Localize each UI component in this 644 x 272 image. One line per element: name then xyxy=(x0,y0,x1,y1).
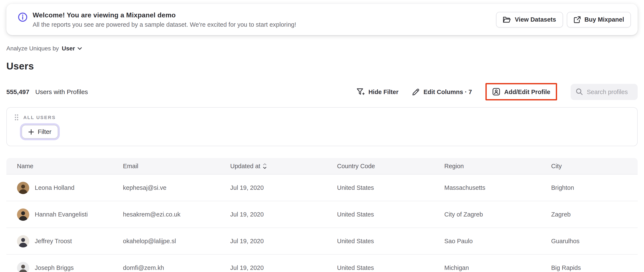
users-page: Welcome! You are viewing a Mixpanel demo… xyxy=(0,4,644,272)
cell-updated-at: Jul 19, 2020 xyxy=(230,264,337,271)
pencil-icon xyxy=(412,88,420,96)
column-header-label: City xyxy=(551,163,562,170)
banner-title: Welcome! You are viewing a Mixpanel demo xyxy=(33,11,296,19)
column-header-country-code[interactable]: Country Code xyxy=(337,163,444,170)
hide-filter-button[interactable]: Hide Filter xyxy=(356,88,398,96)
cell-updated-at: Jul 19, 2020 xyxy=(230,211,337,218)
cell-region: City of Zagreb xyxy=(444,211,551,218)
add-edit-profile-button[interactable]: Add/Edit Profile xyxy=(492,88,550,96)
banner-subtitle: All the reports you see are powered by a… xyxy=(33,21,296,28)
cell-name: Jeffrey Troost xyxy=(17,235,123,247)
column-header-label: Region xyxy=(444,163,464,170)
banner-message: Welcome! You are viewing a Mixpanel demo… xyxy=(18,11,296,28)
cell-email: domfi@zem.kh xyxy=(123,264,230,271)
cell-country: United States xyxy=(337,264,444,271)
analyze-uniques-dropdown[interactable]: User xyxy=(62,45,82,52)
column-header-label: Name xyxy=(17,163,33,170)
annotation-highlight: Add/Edit Profile xyxy=(486,83,557,100)
search-placeholder: Search profiles xyxy=(587,88,628,95)
plus-icon xyxy=(28,129,34,135)
cell-email: kephesaj@si.ve xyxy=(123,184,230,191)
column-header-label: Country Code xyxy=(337,163,375,170)
avatar xyxy=(17,208,29,221)
profile-count-value: 555,497 xyxy=(6,88,29,95)
cell-updated-at: Jul 19, 2020 xyxy=(230,238,337,245)
user-name: Hannah Evangelisti xyxy=(35,211,88,218)
folder-icon xyxy=(503,16,511,23)
user-name: Leona Holland xyxy=(35,184,74,191)
user-name: Joseph Briggs xyxy=(35,264,74,271)
cell-city: Zagreb xyxy=(551,211,638,218)
cell-email: okahelop@lalijpe.sl xyxy=(123,238,230,245)
cell-country: United States xyxy=(337,238,444,245)
cell-name: Hannah Evangelisti xyxy=(17,208,123,221)
users-table: NameEmailUpdated atCountry CodeRegionCit… xyxy=(6,158,638,272)
cell-region: Massachusetts xyxy=(444,184,551,191)
analyze-uniques-value: User xyxy=(62,45,75,52)
add-edit-profile-label: Add/Edit Profile xyxy=(504,88,550,95)
stats-toolbar-row: 555,497 Users with Profiles Hide Filter xyxy=(6,83,638,100)
avatar xyxy=(17,235,29,247)
column-header-name[interactable]: Name xyxy=(17,163,123,170)
analyze-uniques-label: Analyze Uniques by xyxy=(6,45,59,52)
buy-mixpanel-label: Buy Mixpanel xyxy=(584,16,624,23)
table-row[interactable]: Hannah Evangelistihesakrem@ezi.co.ukJul … xyxy=(6,201,638,228)
profile-count: 555,497 Users with Profiles xyxy=(6,88,88,95)
view-datasets-button[interactable]: View Datasets xyxy=(496,12,563,27)
external-link-icon xyxy=(574,16,580,23)
edit-columns-button[interactable]: Edit Columns · 7 xyxy=(412,88,472,96)
table-body: Leona Hollandkephesaj@si.veJul 19, 2020U… xyxy=(6,175,638,272)
profile-badge-icon xyxy=(492,88,500,96)
avatar xyxy=(17,262,29,272)
sort-icon xyxy=(263,163,267,169)
filter-panel: ALL USERS Filter xyxy=(6,107,638,146)
page-title: Users xyxy=(6,61,638,72)
profile-count-label: Users with Profiles xyxy=(35,88,88,95)
cell-updated-at: Jul 19, 2020 xyxy=(230,184,337,191)
edit-columns-label: Edit Columns · 7 xyxy=(424,88,472,95)
column-header-updated-at[interactable]: Updated at xyxy=(230,163,337,170)
add-filter-button[interactable]: Filter xyxy=(22,125,58,139)
column-header-city[interactable]: City xyxy=(551,163,638,170)
column-header-region[interactable]: Region xyxy=(444,163,551,170)
search-profiles-input[interactable]: Search profiles xyxy=(571,84,638,100)
cell-city: Brighton xyxy=(551,184,638,191)
column-header-label: Email xyxy=(123,163,138,170)
table-row[interactable]: Leona Hollandkephesaj@si.veJul 19, 2020U… xyxy=(6,175,638,201)
table-row[interactable]: Jeffrey Troostokahelop@lalijpe.slJul 19,… xyxy=(6,228,638,255)
cell-name: Joseph Briggs xyxy=(17,262,123,272)
user-name: Jeffrey Troost xyxy=(35,238,72,245)
add-filter-label: Filter xyxy=(38,128,51,135)
cell-country: United States xyxy=(337,184,444,191)
cell-name: Leona Holland xyxy=(17,182,123,194)
column-header-email[interactable]: Email xyxy=(123,163,230,170)
welcome-banner: Welcome! You are viewing a Mixpanel demo… xyxy=(6,4,638,35)
drag-handle-icon[interactable] xyxy=(14,114,19,121)
hide-filter-label: Hide Filter xyxy=(368,88,398,95)
cell-city: Guarulhos xyxy=(551,238,638,245)
funnel-plus-icon xyxy=(356,88,364,96)
analyze-uniques-row: Analyze Uniques by User xyxy=(6,45,638,52)
cell-city: Big Rapids xyxy=(551,264,638,271)
cell-region: Michigan xyxy=(444,264,551,271)
group-label: ALL USERS xyxy=(23,115,56,120)
buy-mixpanel-button[interactable]: Buy Mixpanel xyxy=(567,12,631,27)
info-icon xyxy=(18,12,28,22)
toolbar: Hide Filter Edit Columns · 7 xyxy=(356,83,638,100)
cell-email: hesakrem@ezi.co.uk xyxy=(123,211,230,218)
table-header-row: NameEmailUpdated atCountry CodeRegionCit… xyxy=(6,158,638,175)
view-datasets-label: View Datasets xyxy=(515,16,556,23)
chevron-down-icon xyxy=(78,47,82,50)
cell-region: Sao Paulo xyxy=(444,238,551,245)
table-row[interactable]: Joseph Briggsdomfi@zem.khJul 19, 2020Uni… xyxy=(6,255,638,272)
avatar xyxy=(17,182,29,194)
cell-country: United States xyxy=(337,211,444,218)
column-header-label: Updated at xyxy=(230,163,260,170)
banner-actions: View Datasets Buy Mixpanel xyxy=(496,12,631,27)
search-icon xyxy=(576,88,583,95)
